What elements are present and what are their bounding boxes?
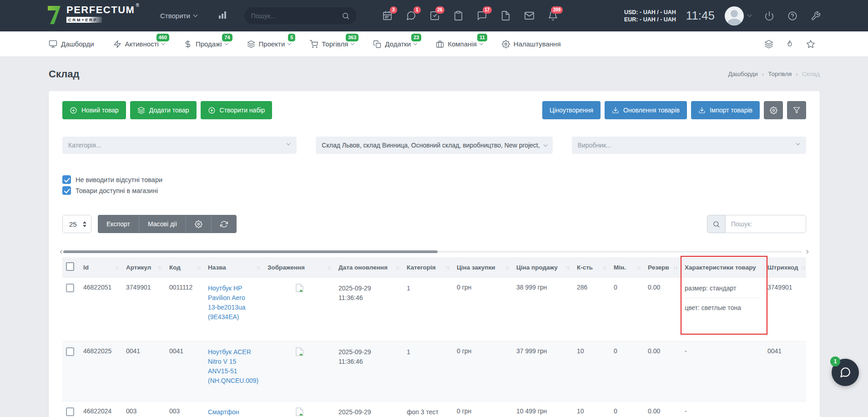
sort-icon[interactable] (636, 264, 641, 270)
nav-item-company[interactable]: Компанія 11 (436, 40, 483, 48)
nav-item-apps[interactable]: Додатки 23 (373, 40, 417, 48)
brand-text: PERFECTUM® CRM+ERP (66, 5, 139, 23)
nav-item-sales[interactable]: Продажі 74 (184, 40, 228, 48)
cell-category: 1 (403, 278, 453, 341)
scroll-right-icon[interactable] (805, 250, 808, 254)
wrench-icon[interactable] (811, 11, 821, 21)
sort-icon[interactable] (115, 264, 119, 270)
cell-sale-price: 38 999 грн (513, 278, 573, 341)
table-search-button[interactable] (707, 215, 725, 233)
create-menu[interactable]: Створити (160, 12, 197, 20)
chevron-down-icon (288, 41, 291, 45)
app-logo[interactable]: PERFECTUM® CRM+ERP (46, 5, 147, 27)
sort-icon[interactable] (801, 264, 805, 270)
row-checkbox[interactable] (66, 284, 74, 292)
search-icon[interactable] (342, 12, 350, 20)
global-search (244, 7, 357, 24)
breadcrumb: Дашборди › Торгівля › Склад (728, 71, 820, 77)
global-search-input[interactable] (251, 12, 342, 20)
bulk-actions-button[interactable]: Масові дії (139, 215, 186, 233)
calendar-icon[interactable]: 3 (382, 10, 393, 21)
table-search-input[interactable] (725, 215, 806, 233)
flame-icon-button[interactable] (785, 40, 794, 49)
layers-icon-button[interactable] (764, 40, 773, 49)
warehouse-select[interactable]: Склад Львов, склад Винница, Основний скл… (316, 137, 552, 154)
brand-sub-badge: CRM+ERP (66, 17, 102, 23)
nav-item-settings[interactable]: Налаштування (502, 40, 561, 48)
product-link[interactable]: Смартфон Samsung Galaxy (208, 407, 260, 417)
hide-absent-checkbox[interactable] (62, 175, 71, 184)
manufacturer-select[interactable]: Виробник... (572, 137, 806, 154)
nav-item-activities[interactable]: Активності 460 (113, 40, 165, 48)
scrollbar-thumb[interactable] (63, 250, 438, 253)
chat-icon[interactable]: 1 (406, 10, 416, 21)
updown-icon (83, 221, 86, 227)
product-link[interactable]: Ноутбук ACER Nitro V 15 ANV15-51 (NH.QNC… (208, 347, 260, 386)
apps-icon (373, 40, 381, 48)
sort-icon[interactable] (395, 264, 399, 270)
new-product-button[interactable]: Новий товар (62, 101, 126, 119)
document-icon[interactable] (500, 10, 511, 21)
add-product-button[interactable]: Додати товар (130, 101, 197, 119)
pricing-button[interactable]: Ціноутворення (542, 101, 601, 119)
nav-badge: 11 (477, 34, 487, 41)
notifications-badge: 399 (551, 6, 563, 14)
row-checkbox[interactable] (66, 407, 74, 416)
product-link[interactable]: Ноутбук HP Pavilion Aero 13-be2013ua (9E… (208, 284, 260, 322)
row-checkbox[interactable] (66, 347, 74, 356)
table-settings-button[interactable] (764, 101, 783, 119)
nav-item-dashboards[interactable]: Дашборди (49, 40, 94, 48)
create-set-button[interactable]: Створити набір (201, 101, 273, 119)
user-menu[interactable] (725, 6, 751, 25)
category-select[interactable]: Категорія... (62, 137, 297, 154)
download-icon (612, 107, 619, 114)
page-size-select[interactable]: 25 (62, 215, 91, 233)
right-actions: Ціноутворення Оновлення товарів Імпорт т… (538, 101, 806, 119)
sort-icon[interactable] (158, 264, 162, 270)
sort-icon[interactable] (565, 264, 570, 270)
broken-image-icon (296, 347, 303, 356)
clipboard-icon[interactable] (453, 10, 464, 21)
table-row: 46822024 003 003 Смартфон Samsung Galaxy… (62, 402, 806, 417)
help-icon[interactable] (787, 11, 797, 21)
cell-qty: 10 (573, 341, 610, 402)
sort-icon[interactable] (602, 264, 606, 270)
filters-row: Категорія... Склад Львов, склад Винница,… (62, 137, 806, 154)
actions-row: Новий товар Додати товар Створити набір … (62, 101, 806, 119)
chevron-down-icon (479, 41, 483, 45)
sort-icon[interactable] (327, 264, 331, 270)
refresh-button[interactable] (212, 215, 237, 233)
columns-gear-button[interactable] (186, 215, 212, 233)
breadcrumb-trade[interactable]: Торгівля (768, 71, 792, 77)
user-avatar[interactable] (725, 6, 744, 25)
sort-icon[interactable] (197, 264, 201, 270)
comments-icon[interactable]: 17 (477, 10, 487, 21)
export-button[interactable]: Експорт (98, 215, 139, 233)
sort-icon[interactable] (673, 264, 677, 270)
sort-icon[interactable] (505, 264, 509, 270)
products-table: Id Артикул Код Назва Зображення Дата оно… (62, 257, 806, 417)
refresh-icon (220, 220, 228, 228)
available-in-shop-checkbox[interactable] (62, 186, 71, 195)
topbar-right: USD: - UAH / - UAH EUR: - UAH / - UAH 11… (624, 6, 821, 25)
update-products-button[interactable]: Оновлення товарів (605, 101, 687, 119)
sort-icon[interactable] (445, 264, 449, 270)
horizontal-scrollbar[interactable] (62, 250, 806, 253)
logout-power-icon[interactable] (764, 11, 774, 21)
import-products-button[interactable]: Імпорт товарів (691, 101, 760, 119)
filter-button[interactable] (787, 101, 806, 119)
sort-icon[interactable] (256, 264, 260, 270)
nav-item-projects[interactable]: Проекти 5 (247, 40, 291, 48)
select-all-checkbox[interactable] (66, 262, 74, 271)
bell-icon[interactable]: 399 (548, 10, 558, 21)
nav-badge: 74 (222, 34, 232, 41)
chat-fab[interactable]: 1 (832, 359, 859, 386)
barchart-icon[interactable] (217, 10, 228, 22)
star-icon-button[interactable] (806, 40, 815, 49)
breadcrumb-dashboards[interactable]: Дашборди (728, 71, 757, 77)
tasks-icon[interactable]: 26 (429, 10, 440, 21)
currency-rates: USD: - UAH / - UAH EUR: - UAH / - UAH (624, 9, 676, 23)
nav-item-trade[interactable]: Торгівля 363 (310, 40, 354, 48)
gear-icon (195, 220, 202, 228)
mail-icon[interactable] (524, 10, 535, 21)
